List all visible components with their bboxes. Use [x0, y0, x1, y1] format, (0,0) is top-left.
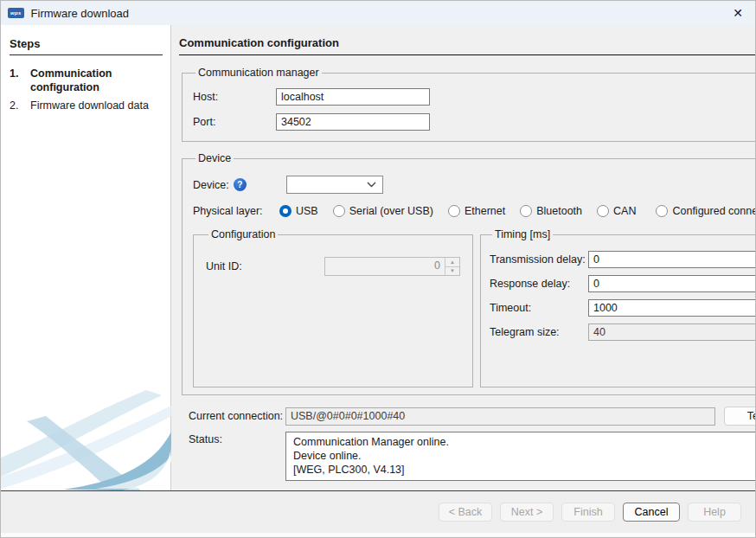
close-icon[interactable]: ✕ [733, 7, 743, 19]
radio-label: Configured connections [672, 205, 756, 217]
port-row: Port: [193, 113, 756, 131]
firmware-download-dialog: wps Firmware download ✕ Steps 1. Communi… [0, 0, 756, 538]
status-line: [WEG, PLC300, V4.13] [293, 463, 756, 477]
back-button: < Back [439, 503, 492, 522]
device-select[interactable] [286, 176, 383, 194]
step-number: 2. [10, 99, 30, 112]
radio-ethernet[interactable]: Ethernet [448, 205, 505, 217]
spin-down-icon[interactable]: ▼ [445, 267, 459, 276]
transmission-delay-label: Transmission delay: [490, 253, 588, 266]
configuration-group-title: Configuration [208, 228, 278, 240]
radio-button-icon [656, 205, 668, 217]
radio-label: Bluetooth [536, 205, 582, 217]
wps-logo-icon: wps [8, 8, 24, 18]
port-label: Port: [193, 116, 276, 128]
unit-id-row: Unit ID: 0 ▲ ▼ [206, 257, 460, 276]
current-connection-field [285, 407, 715, 426]
device-row: Device: ? [193, 176, 756, 194]
main-panel: Communication configuration Communicatio… [171, 25, 756, 490]
physical-layer-row: Physical layer: USB Serial (over USB) [193, 205, 756, 217]
radio-label: Ethernet [464, 205, 505, 217]
next-button: Next > [500, 503, 554, 522]
physical-layer-label: Physical layer: [193, 205, 279, 217]
footer-strip [1, 533, 755, 537]
weg-swoosh-graphic [1, 387, 171, 490]
steps-list: 1. Communication configuration 2. Firmwa… [10, 67, 163, 112]
status-row: Status: Communication Manager online. De… [189, 432, 756, 481]
radio-button-icon [448, 205, 460, 217]
communication-manager-group-title: Communication manager [195, 67, 322, 79]
unit-id-stepper: 0 ▲ ▼ [324, 257, 460, 276]
radio-label: CAN [613, 205, 636, 217]
steps-sidebar: Steps 1. Communication configuration 2. … [1, 25, 171, 490]
device-group-title: Device [195, 152, 234, 164]
configuration-group: Configuration Unit ID: 0 ▲ ▼ [193, 228, 473, 387]
status-box: Communication Manager online. Device onl… [285, 432, 756, 481]
device-group: Device Device: ? Physical layer: [182, 152, 756, 395]
timing-group: Timing [ms] Transmission delay: Response… [480, 228, 756, 387]
timing-group-title: Timing [ms] [492, 228, 553, 240]
spin-up-icon[interactable]: ▲ [445, 258, 459, 267]
response-delay-label: Response delay: [490, 278, 588, 290]
response-delay-input[interactable] [588, 275, 756, 292]
port-input[interactable] [276, 113, 430, 131]
step-label: Communication configuration [30, 67, 163, 94]
telegram-size-row: Telegram size: [490, 323, 756, 341]
device-label: Device: [193, 179, 229, 191]
help-button: Help [688, 503, 741, 522]
telegram-size-label: Telegram size: [490, 326, 588, 338]
page-title: Communication configuration [179, 36, 756, 55]
radio-configured-connections[interactable]: Configured connections [656, 205, 756, 217]
step-number: 1. [10, 67, 30, 94]
communication-manager-group: Communication manager Host: Port: [182, 67, 756, 142]
timeout-input[interactable] [588, 299, 756, 317]
current-connection-label: Current connection: [189, 410, 285, 422]
status-line: Communication Manager online. [293, 435, 756, 449]
unit-id-label: Unit ID: [206, 260, 324, 272]
finish-button: Finish [561, 503, 615, 522]
telegram-size-input [588, 323, 756, 341]
steps-header: Steps [10, 37, 163, 55]
host-label: Host: [193, 91, 276, 103]
host-input[interactable] [276, 88, 430, 106]
status-label: Status: [189, 432, 285, 445]
radio-button-icon [279, 205, 292, 217]
window-title: Firmware download [31, 7, 129, 20]
radio-usb[interactable]: USB [279, 205, 318, 217]
wizard-footer: < Back Next > Finish Cancel Help [1, 490, 755, 537]
title-bar: wps Firmware download ✕ [1, 1, 755, 25]
radio-button-icon [520, 205, 532, 217]
status-line: Device online. [293, 449, 756, 463]
transmission-delay-row: Transmission delay: [490, 251, 756, 268]
physical-layer-options: USB Serial (over USB) Ethernet Blue [279, 205, 756, 217]
host-row: Host: [193, 88, 756, 106]
transmission-delay-input[interactable] [588, 251, 756, 268]
radio-can[interactable]: CAN [597, 205, 636, 217]
chevron-down-icon [367, 182, 376, 188]
radio-bluetooth[interactable]: Bluetooth [520, 205, 582, 217]
radio-button-icon [333, 205, 345, 217]
timeout-label: Timeout: [490, 302, 588, 314]
step-label: Firmware download data [30, 99, 149, 112]
help-icon[interactable]: ? [234, 178, 247, 191]
cancel-button[interactable]: Cancel [623, 503, 680, 522]
response-delay-row: Response delay: [490, 275, 756, 292]
current-connection-row: Current connection: Test [189, 407, 756, 426]
radio-serial-over-usb[interactable]: Serial (over USB) [333, 205, 433, 217]
timeout-row: Timeout: [490, 299, 756, 317]
test-button[interactable]: Test [724, 407, 756, 426]
radio-label: USB [296, 205, 318, 217]
radio-button-icon [597, 205, 609, 217]
step-item-firmware-download-data: 2. Firmware download data [10, 99, 163, 112]
unit-id-value: 0 [325, 258, 445, 275]
step-item-communication-configuration: 1. Communication configuration [10, 67, 163, 94]
radio-label: Serial (over USB) [349, 205, 433, 217]
